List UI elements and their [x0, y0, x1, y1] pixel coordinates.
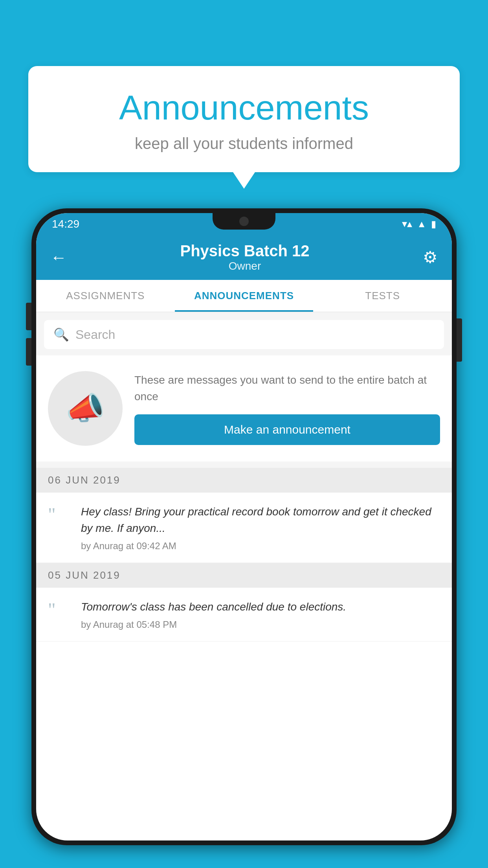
bubble-title: Announcements	[52, 88, 436, 128]
announcement-meta-2: by Anurag at 05:48 PM	[81, 619, 440, 630]
phone-outer: 14:29 ▾▴ ▲ ▮ ← Physics Batch 12 Owner ⚙	[31, 208, 457, 845]
phone-notch	[213, 213, 275, 230]
cta-section: 📣 These are messages you want to send to…	[36, 355, 452, 462]
make-announcement-button[interactable]: Make an announcement	[134, 414, 440, 445]
content-area: 🔍 Search 📣 These are messages you want t…	[36, 312, 452, 642]
tabs: ASSIGNMENTS ANNOUNCEMENTS TESTS	[36, 280, 452, 312]
announcement-item-2[interactable]: " Tomorrow's class has been cancelled du…	[36, 588, 452, 642]
volume-up-button	[26, 303, 31, 330]
content-inner: 🔍 Search 📣 These are messages you want t…	[36, 312, 452, 642]
megaphone-circle: 📣	[48, 371, 123, 446]
battery-icon: ▮	[431, 219, 436, 230]
tab-announcements[interactable]: ANNOUNCEMENTS	[175, 280, 314, 312]
phone-wrapper: 14:29 ▾▴ ▲ ▮ ← Physics Batch 12 Owner ⚙	[31, 208, 457, 868]
date-separator-1: 06 JUN 2019	[36, 468, 452, 493]
quote-icon-1: "	[48, 504, 72, 524]
bubble-subtitle: keep all your students informed	[52, 135, 436, 153]
phone-screen: 14:29 ▾▴ ▲ ▮ ← Physics Batch 12 Owner ⚙	[36, 213, 452, 840]
wifi-icon: ▾▴	[402, 218, 412, 230]
header-subtitle: Owner	[180, 260, 309, 272]
search-icon: 🔍	[53, 327, 69, 342]
search-bar[interactable]: 🔍 Search	[44, 320, 444, 349]
settings-icon[interactable]: ⚙	[423, 248, 438, 267]
search-placeholder: Search	[75, 327, 115, 342]
header-center: Physics Batch 12 Owner	[180, 242, 309, 272]
announcement-meta-1: by Anurag at 09:42 AM	[81, 541, 440, 552]
date-label-2: 05 JUN 2019	[48, 569, 121, 581]
announcement-item-1[interactable]: " Hey class! Bring your practical record…	[36, 493, 452, 563]
power-button	[457, 318, 462, 362]
megaphone-icon: 📣	[66, 390, 105, 427]
speech-bubble: Announcements keep all your students inf…	[28, 66, 460, 172]
announcement-content-2: Tomorrow's class has been cancelled due …	[81, 599, 440, 630]
cta-right: These are messages you want to send to t…	[134, 372, 440, 445]
phone-camera	[239, 217, 249, 226]
announcement-text-2: Tomorrow's class has been cancelled due …	[81, 599, 440, 615]
announcement-text-1: Hey class! Bring your practical record b…	[81, 504, 440, 537]
quote-icon-2: "	[48, 599, 72, 619]
date-separator-2: 05 JUN 2019	[36, 563, 452, 588]
announcement-content-1: Hey class! Bring your practical record b…	[81, 504, 440, 552]
signal-icon: ▲	[417, 219, 426, 230]
tab-tests[interactable]: TESTS	[313, 280, 452, 312]
header-title: Physics Batch 12	[180, 242, 309, 260]
status-time: 14:29	[52, 218, 79, 230]
back-button[interactable]: ←	[50, 248, 67, 267]
app-header: ← Physics Batch 12 Owner ⚙	[36, 235, 452, 280]
status-icons: ▾▴ ▲ ▮	[402, 218, 436, 230]
cta-description: These are messages you want to send to t…	[134, 372, 440, 405]
date-label-1: 06 JUN 2019	[48, 474, 121, 486]
tab-assignments[interactable]: ASSIGNMENTS	[36, 280, 175, 312]
volume-down-button	[26, 338, 31, 366]
